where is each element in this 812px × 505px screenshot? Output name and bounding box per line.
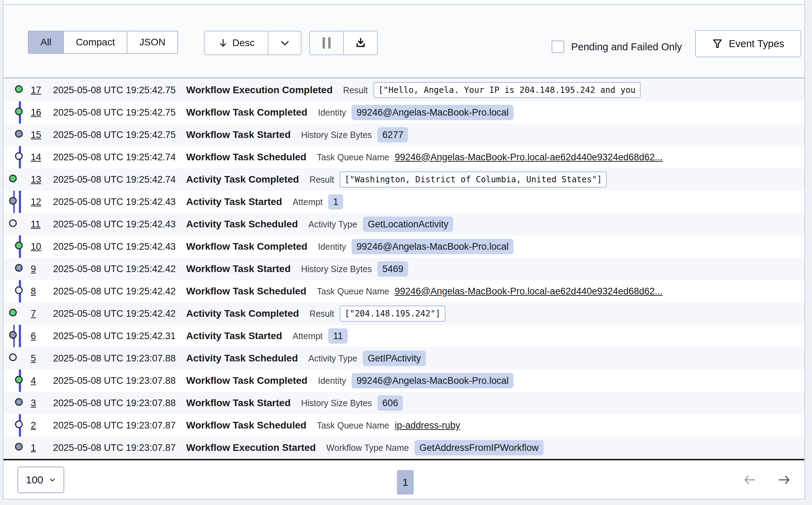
pending-failed-label: Pending and Failed Only xyxy=(571,41,682,53)
event-id-link[interactable]: 1 xyxy=(31,442,43,453)
page-size-value: 100 xyxy=(26,474,43,486)
event-detail-label: Result xyxy=(309,309,334,319)
event-row[interactable]: 52025-05-08 UTC 19:23:07.88Activity Task… xyxy=(3,347,804,369)
event-row[interactable]: 132025-05-08 UTC 19:25:42.74Activity Tas… xyxy=(3,168,804,191)
event-row[interactable]: 102025-05-08 UTC 19:25:42.43Workflow Tas… xyxy=(3,235,804,258)
event-id-link[interactable]: 16 xyxy=(31,107,43,118)
event-row[interactable]: 22025-05-08 UTC 19:23:07.87Workflow Task… xyxy=(3,414,804,437)
event-detail-value: ["Washington, District of Columbia, Unit… xyxy=(340,171,607,188)
event-row[interactable]: 62025-05-08 UTC 19:25:42.31Activity Task… xyxy=(3,325,804,347)
event-types-label: Event Types xyxy=(729,38,784,50)
event-detail-value: 606 xyxy=(377,395,403,411)
event-history-toolbar: All Compact JSON Desc xyxy=(3,5,804,78)
event-detail-label: Activity Type xyxy=(308,353,357,364)
previous-page-button[interactable] xyxy=(743,474,757,486)
event-row[interactable]: 42025-05-08 UTC 19:23:07.88Workflow Task… xyxy=(3,369,804,392)
event-row[interactable]: 162025-05-08 UTC 19:25:42.75Workflow Tas… xyxy=(3,101,804,124)
event-row[interactable]: 82025-05-08 UTC 19:25:42.42Workflow Task… xyxy=(3,280,804,302)
event-id-link[interactable]: 13 xyxy=(31,174,43,185)
event-detail-value: 99246@Angelas-MacBook-Pro.local xyxy=(352,373,514,388)
event-timestamp: 2025-05-08 UTC 19:25:42.43 xyxy=(53,197,176,207)
event-detail-value: 99246@Angelas-MacBook-Pro.local xyxy=(352,239,514,254)
event-types-button[interactable]: Event Types xyxy=(695,30,801,57)
event-row[interactable]: 32025-05-08 UTC 19:23:07.88Workflow Task… xyxy=(3,392,804,414)
event-detail-label: History Size Bytes xyxy=(301,398,372,408)
event-detail-value: GetAddressFromIPWorkflow xyxy=(414,440,544,455)
event-id-link[interactable]: 12 xyxy=(31,197,43,207)
event-id-link[interactable]: 2 xyxy=(31,420,43,431)
event-detail-label: Attempt xyxy=(293,331,323,341)
event-row[interactable]: 122025-05-08 UTC 19:25:42.43Activity Tas… xyxy=(3,191,804,213)
event-timestamp: 2025-05-08 UTC 19:23:07.87 xyxy=(53,442,176,453)
event-timestamp: 2025-05-08 UTC 19:23:07.88 xyxy=(53,353,176,364)
event-name: Workflow Task Started xyxy=(186,263,290,275)
pause-button[interactable] xyxy=(309,31,344,55)
event-id-link[interactable]: 4 xyxy=(31,375,43,386)
event-detail-value: ["Hello, Angela. Your IP is 204.148.195.… xyxy=(374,82,641,98)
event-status-dot xyxy=(9,219,17,227)
pagination-bar: 100 1 xyxy=(3,460,804,499)
event-id-link[interactable]: 6 xyxy=(31,331,43,342)
event-id-link[interactable]: 5 xyxy=(31,353,43,364)
sort-direction-label: Desc xyxy=(232,37,255,49)
event-name: Workflow Task Started xyxy=(186,129,290,140)
event-row[interactable]: 112025-05-08 UTC 19:25:42.43Activity Tas… xyxy=(3,213,804,235)
page-size-select[interactable]: 100 xyxy=(17,467,64,493)
event-row[interactable]: 142025-05-08 UTC 19:25:42.74Workflow Tas… xyxy=(3,146,804,168)
event-detail-value[interactable]: ip-address-ruby xyxy=(395,420,460,431)
event-id-link[interactable]: 14 xyxy=(31,152,43,163)
event-id-link[interactable]: 17 xyxy=(31,85,43,96)
next-page-button[interactable] xyxy=(777,474,791,486)
chevron-down-icon xyxy=(49,476,56,483)
sort-button-group: Desc xyxy=(204,31,302,55)
event-detail-label: Identity xyxy=(318,376,346,386)
event-name: Activity Task Scheduled xyxy=(186,353,298,364)
chevron-down-icon xyxy=(279,37,290,49)
view-mode-tabs: All Compact JSON xyxy=(28,31,178,54)
event-timestamp: 2025-05-08 UTC 19:23:07.87 xyxy=(53,420,176,431)
event-detail-label: Task Queue Name xyxy=(317,152,389,162)
event-id-link[interactable]: 7 xyxy=(31,308,43,319)
event-name: Workflow Task Completed xyxy=(186,241,307,252)
tab-json[interactable]: JSON xyxy=(127,31,177,53)
event-detail-value: GetIPActivity xyxy=(363,351,426,366)
pending-failed-checkbox[interactable] xyxy=(552,41,564,53)
event-name: Activity Task Started xyxy=(186,196,282,207)
event-detail-label: Identity xyxy=(318,242,346,252)
tab-all[interactable]: All xyxy=(29,31,64,53)
event-name: Workflow Task Completed xyxy=(186,375,307,386)
event-id-link[interactable]: 3 xyxy=(31,398,43,409)
event-detail-label: History Size Bytes xyxy=(301,264,372,274)
event-detail-value[interactable]: 99246@Angelas-MacBook-Pro.local-ae62d440… xyxy=(395,152,663,163)
event-row[interactable]: 152025-05-08 UTC 19:25:42.75Workflow Tas… xyxy=(3,124,804,146)
event-detail-value[interactable]: 99246@Angelas-MacBook-Pro.local-ae62d440… xyxy=(395,286,663,297)
event-row[interactable]: 92025-05-08 UTC 19:25:42.42Workflow Task… xyxy=(3,258,804,280)
event-row[interactable]: 172025-05-08 UTC 19:25:42.75Workflow Exe… xyxy=(3,79,804,101)
sort-desc-button[interactable]: Desc xyxy=(204,31,268,55)
event-id-link[interactable]: 11 xyxy=(31,219,43,230)
event-status-dot xyxy=(15,398,23,406)
current-page-button[interactable]: 1 xyxy=(397,470,414,495)
panel-top-divider xyxy=(3,0,804,5)
pause-icon xyxy=(323,37,331,49)
sort-dropdown-button[interactable] xyxy=(268,31,302,55)
filter-funnel-icon xyxy=(712,38,723,49)
event-id-link[interactable]: 9 xyxy=(31,264,43,275)
event-status-dot xyxy=(15,108,23,115)
event-id-link[interactable]: 10 xyxy=(31,241,43,252)
event-id-link[interactable]: 15 xyxy=(31,130,43,140)
event-detail-value: 11 xyxy=(328,328,348,344)
event-timestamp: 2025-05-08 UTC 19:25:42.43 xyxy=(53,241,176,252)
event-detail-label: Activity Type xyxy=(308,219,357,229)
event-detail-value: 1 xyxy=(328,194,343,210)
download-button[interactable] xyxy=(344,31,378,55)
event-history-table: 172025-05-08 UTC 19:25:42.75Workflow Exe… xyxy=(3,79,804,459)
event-status-dot xyxy=(9,309,17,316)
event-name: Activity Task Started xyxy=(186,330,282,342)
event-timestamp: 2025-05-08 UTC 19:25:42.31 xyxy=(53,331,176,342)
tab-compact[interactable]: Compact xyxy=(64,31,127,53)
event-id-link[interactable]: 8 xyxy=(31,286,43,297)
event-row[interactable]: 72025-05-08 UTC 19:25:42.42Activity Task… xyxy=(3,302,804,325)
event-row[interactable]: 12025-05-08 UTC 19:23:07.87Workflow Exec… xyxy=(3,437,804,459)
event-status-dot xyxy=(15,85,23,93)
